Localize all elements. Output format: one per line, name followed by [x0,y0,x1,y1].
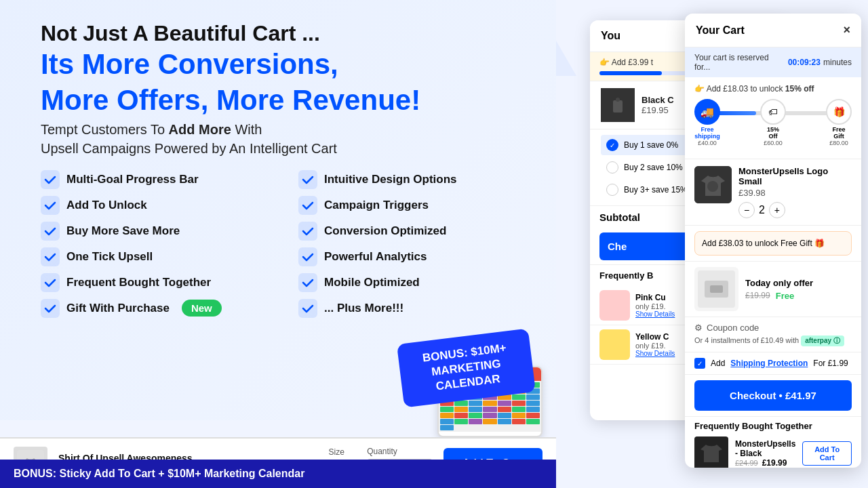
cart-item-image [694,166,732,203]
feature-text-4: One Tick Upsell [66,250,153,264]
feature-item-r4: Powerful Analytics [298,247,529,266]
milestone-discount-icon: 🏷 [760,99,786,125]
svg-rect-2 [41,196,60,215]
freq-new-price: £19.99 [762,458,787,468]
back-pink-product-name: Pink Cu [635,293,675,302]
cart-qty-value: 2 [759,204,765,216]
progress-unlock-text: 👉 Add £18.03 to unlock 15% off [694,84,852,94]
svg-rect-10 [41,299,60,318]
feature-text-r6: ... Plus More!!! [324,302,403,315]
check-icon-r5 [298,273,317,292]
cart-qty-decrease-button[interactable]: − [738,202,755,218]
features-grid: Multi-Goal Progress Bar Intuitive Design… [41,170,529,318]
cart-item-name: MonsterUpsells Logo Small [738,166,852,186]
quantity-label: Quantity [367,447,432,456]
feature-text-5: Frequent Bought Together [66,276,211,289]
milestone-shipping-label: Freeshipping [694,126,720,140]
back-pink-show-details[interactable]: Show Details [635,310,675,318]
back-yellow-show-details[interactable]: Show Details [635,350,675,357]
offer-row: Today only offer £19.99 Free [694,267,852,311]
front-cart-title: Your Cart [696,24,745,37]
offer-free-label: Free [776,291,794,301]
shipping-price: For £1.99 [813,359,848,368]
check-icon-4 [41,247,60,266]
bonus-bottom-text: BONUS: Sticky Add To Cart + $10M+ Market… [14,468,304,479]
check-icon-2 [41,196,60,215]
milestone-row: 🚚 Freeshipping £40.00 🏷 15%Off £60.00 🎁 … [694,99,852,146]
feature-text-1: Multi-Goal Progress Bar [66,173,199,186]
freq-product-row: MonsterUpsells - Black £24.99 £19.99 Add… [694,436,852,468]
svg-rect-11 [298,299,317,318]
milestone-gift-label: FreeGift [832,126,845,140]
headline-line1: Not Just A Beautiful Cart ... [41,20,529,46]
close-button[interactable]: × [843,23,850,37]
cart-qty-increase-button[interactable]: + [769,202,785,218]
installments-row: Or 4 installments of £10.49 with afterpa… [694,336,852,346]
coupon-label: Coupon code [707,323,759,333]
freq-product-prices: £24.99 £19.99 [735,458,795,468]
headline-line3: More Offers, More Revenue! [41,85,529,116]
headline-line2: Its More Conversions, [41,49,529,80]
coupon-row[interactable]: ⚙ Coupon code [694,323,852,333]
size-label: Size [329,447,357,457]
check-icon-6 [41,299,60,318]
back-yellow-product-price: only £19. [635,342,675,350]
shipping-checkbox[interactable]: ✓ [694,358,705,369]
svg-rect-0 [41,170,60,189]
svg-rect-5 [298,222,317,241]
discount-label-1: Buy 1 save 0% [624,140,678,150]
feature-text-2: Add To Unlock [66,199,147,212]
feature-text-r5: Mobile Optimized [324,276,420,289]
feature-item-r3: Conversion Optimized [298,222,529,241]
back-subtotal-label: Subtotal [599,211,640,223]
offer-details: Today only offer £19.99 Free [745,278,813,301]
check-circle-icon: ✓ [606,139,618,151]
shipping-protection-link[interactable]: Shipping Protection [730,359,808,368]
coupon-section: ⚙ Coupon code Or 4 installments of £10.4… [685,317,861,352]
freq-add-button[interactable]: Add To Cart [802,441,852,466]
shipping-add-text: Add [711,359,725,368]
check-icon-r6 [298,299,317,318]
new-badge: New [182,300,222,317]
milestone-discount-amount: £60.00 [764,140,783,146]
svg-rect-4 [41,222,60,241]
unchecked-circle-2 [606,184,618,196]
feature-text-r3: Conversion Optimized [324,224,446,238]
bonus-bottom-bar: BONUS: Sticky Add To Cart + $10M+ Market… [0,460,556,488]
timer-bar: Your cart is reserved for... 00:09:23 mi… [685,47,861,77]
check-icon-5 [41,273,60,292]
checkout-button[interactable]: Checkout • £41.97 [694,380,852,411]
freq-bought-section: Frequently Bought Together MonsterUpsell… [685,416,861,468]
feature-item-6: Gift With Purchase New [41,299,271,318]
back-pink-product-info: Pink Cu only £19. Show Details [635,293,675,318]
offer-title: Today only offer [745,278,813,288]
front-cart-header: Your Cart × [685,14,861,47]
freq-bought-title: Frequently Bought Together [694,421,852,431]
svg-rect-1 [298,170,317,189]
feature-item-r6: ... Plus More!!! [298,299,529,318]
cart-item-qty-control: − 2 + [738,202,852,218]
front-cart-panel: Your Cart × Your cart is reserved for...… [685,14,861,468]
svg-rect-15 [616,98,620,102]
back-cart-title: You [601,30,620,42]
discount-label-3: Buy 3+ save 15% [624,185,688,195]
svg-rect-8 [41,273,60,292]
svg-rect-3 [298,196,317,215]
feature-text-r4: Powerful Analytics [324,250,427,264]
feature-text-6: Gift With Purchase [66,302,170,315]
back-pink-product-image [599,290,630,321]
offer-old-price: £19.99 [745,291,770,300]
milestone-free-gift: 🎁 FreeGift £80.00 [826,99,852,146]
timer-text: Your cart is reserved for... [694,53,785,72]
milestone-gift-amount: £80.00 [829,140,848,146]
back-product-image [601,88,635,122]
back-pink-product-price: only £19. [635,302,675,310]
back-yellow-product-info: Yellow C only £19. Show Details [635,332,675,357]
unchecked-circle [606,161,618,174]
subheadline: Tempt Customers To Add More With Upsell … [41,120,529,158]
cart-item-details: MonsterUpsells Logo Small £39.98 − 2 + [738,166,852,218]
progress-milestones-container: 🚚 Freeshipping £40.00 🏷 15%Off £60.00 🎁 … [694,99,852,146]
svg-rect-7 [298,247,317,266]
timer-suffix: minutes [823,58,852,67]
check-icon-1 [41,170,60,189]
